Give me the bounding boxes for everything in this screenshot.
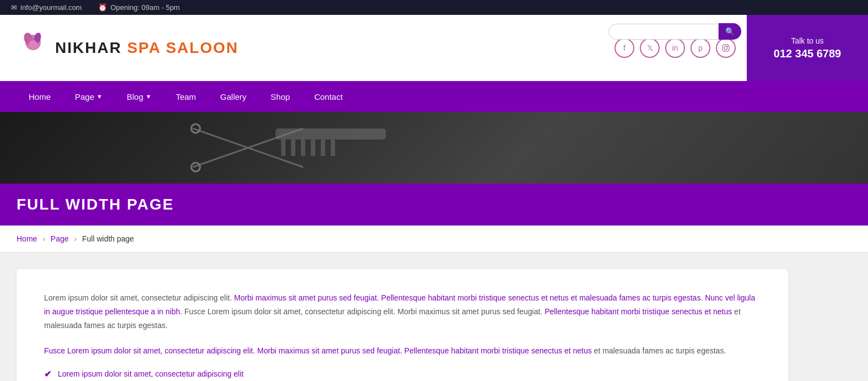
hero-comb bbox=[276, 128, 386, 162]
nav-shop[interactable]: Shop bbox=[258, 81, 302, 112]
logo-icon bbox=[17, 31, 50, 65]
logo-nikhar: NIKHAR bbox=[55, 39, 122, 56]
content-card: Lorem ipsum dolor sit amet, consectetur … bbox=[17, 269, 788, 381]
search-input[interactable] bbox=[608, 24, 719, 40]
checklist-item-1: ✔ Lorem ipsum dolor sit amet, consectetu… bbox=[44, 369, 761, 379]
svg-rect-11 bbox=[276, 128, 386, 139]
svg-rect-17 bbox=[331, 139, 335, 156]
checkmark-icon: ✔ bbox=[44, 369, 51, 379]
phone-number: 012 345 6789 bbox=[774, 47, 841, 60]
content-area: Lorem ipsum dolor sit amet, consectetur … bbox=[0, 253, 868, 381]
twitter-icon[interactable]: 𝕏 bbox=[640, 38, 660, 58]
logo-saloon: SALOON bbox=[166, 39, 239, 56]
page-title: FULL WIDTH PAGE bbox=[17, 196, 851, 213]
main-nav: Home Page ▼ Blog ▼ Team Gallery Shop Con… bbox=[0, 81, 868, 112]
opening-text: Opening: 09am - 5pm bbox=[110, 3, 180, 12]
facebook-icon[interactable]: f bbox=[614, 38, 634, 58]
instagram-icon[interactable] bbox=[716, 38, 736, 58]
nav-blog[interactable]: Blog ▼ bbox=[115, 81, 164, 112]
logo-area: NIKHAR SPA SALOON bbox=[0, 31, 603, 65]
search-button[interactable]: 🔍 bbox=[719, 23, 741, 40]
svg-rect-12 bbox=[281, 139, 285, 156]
hero-bg-inner bbox=[0, 112, 868, 184]
page-title-banner: FULL WIDTH PAGE bbox=[0, 184, 868, 226]
svg-rect-15 bbox=[311, 139, 315, 156]
breadcrumb: Home › Page › Full width page bbox=[0, 226, 868, 253]
email-info: ✉ info@yourmail.com bbox=[11, 3, 82, 12]
svg-rect-4 bbox=[723, 45, 729, 51]
svg-point-9 bbox=[191, 124, 200, 133]
checklist-link-1[interactable]: Lorem ipsum dolor sit amet, consectetur … bbox=[58, 369, 244, 378]
search-bar[interactable]: 🔍 bbox=[608, 23, 741, 40]
email-icon: ✉ bbox=[11, 3, 17, 12]
breadcrumb-current: Full width page bbox=[82, 234, 134, 243]
pinterest-icon[interactable]: p bbox=[691, 38, 710, 58]
page-dropdown-icon: ▼ bbox=[96, 93, 103, 100]
nav-contact[interactable]: Contact bbox=[302, 81, 355, 112]
email-text: info@yourmail.com bbox=[20, 3, 82, 12]
svg-rect-13 bbox=[291, 139, 295, 156]
social-icons: f 𝕏 in p bbox=[603, 38, 747, 58]
contact-block: Talk to us 012 345 6789 bbox=[747, 15, 868, 81]
linkedin-icon[interactable]: in bbox=[665, 38, 685, 58]
logo-text: NIKHAR SPA SALOON bbox=[55, 39, 239, 57]
breadcrumb-page[interactable]: Page bbox=[51, 234, 69, 243]
blog-dropdown-icon: ▼ bbox=[145, 93, 152, 100]
nav-home[interactable]: Home bbox=[17, 81, 63, 112]
svg-point-10 bbox=[191, 163, 200, 171]
content-paragraph-2: Fusce Lorem ipsum dolor sit amet, consec… bbox=[44, 344, 761, 358]
content-paragraph-1: Lorem ipsum dolor sit amet, consectetur … bbox=[44, 291, 761, 333]
opening-info: ⏰ Opening: 09am - 5pm bbox=[98, 3, 180, 12]
talk-label: Talk to us bbox=[791, 36, 823, 45]
nav-team[interactable]: Team bbox=[164, 81, 208, 112]
logo-spa: SPA bbox=[122, 39, 166, 56]
header: NIKHAR SPA SALOON 🔍 f 𝕏 in p Talk to us … bbox=[0, 15, 868, 81]
clock-icon: ⏰ bbox=[98, 3, 107, 12]
nav-page[interactable]: Page ▼ bbox=[63, 81, 115, 112]
top-bar: ✉ info@yourmail.com ⏰ Opening: 09am - 5p… bbox=[0, 0, 868, 15]
svg-point-3 bbox=[29, 40, 37, 49]
breadcrumb-home[interactable]: Home bbox=[17, 234, 37, 243]
hero-image bbox=[0, 112, 868, 184]
svg-point-6 bbox=[727, 46, 728, 47]
breadcrumb-sep-2: › bbox=[74, 234, 77, 243]
svg-rect-16 bbox=[321, 139, 325, 156]
svg-point-5 bbox=[724, 46, 727, 50]
search-icon: 🔍 bbox=[725, 27, 735, 36]
svg-rect-14 bbox=[301, 139, 305, 156]
breadcrumb-sep-1: › bbox=[42, 234, 45, 243]
nav-gallery[interactable]: Gallery bbox=[208, 81, 259, 112]
